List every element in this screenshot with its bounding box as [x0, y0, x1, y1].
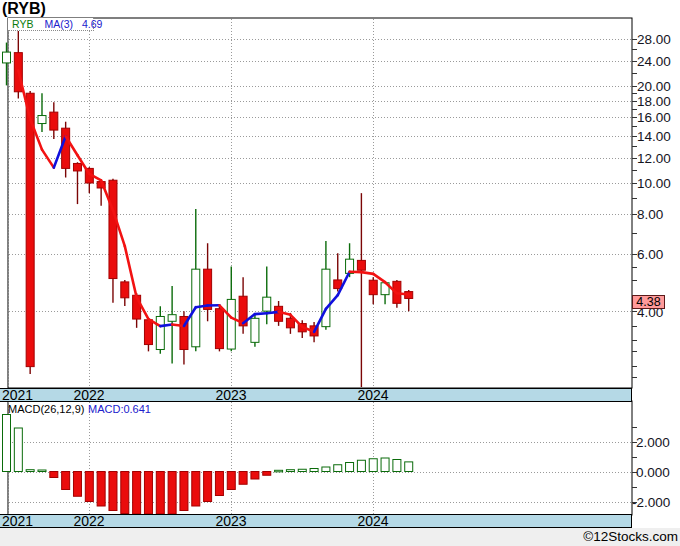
- macd-bar: [215, 472, 223, 496]
- candle-body: [62, 128, 70, 168]
- macd-bar: [369, 459, 377, 472]
- macd-bar: [263, 472, 271, 476]
- candle: [26, 91, 34, 374]
- candle-body: [168, 315, 176, 322]
- macd-bar: [310, 469, 318, 472]
- macd-bar: [14, 428, 22, 472]
- ma-segment: [172, 325, 184, 326]
- macd-bar: [298, 469, 306, 471]
- macd-bar: [334, 465, 342, 472]
- legend-ma-value: 4.69: [82, 18, 102, 30]
- chart-canvas: [0, 0, 680, 546]
- year-label: 2023: [215, 515, 246, 527]
- price-axis-label: 6.00: [637, 247, 663, 262]
- macd-bar: [73, 472, 81, 497]
- candle-body: [109, 180, 117, 278]
- macd-axis-label: 2.000: [636, 435, 670, 450]
- candle: [215, 304, 223, 351]
- year-label: 2024: [357, 515, 388, 527]
- year-label: 2021: [2, 389, 33, 401]
- macd-bar: [156, 472, 164, 515]
- macd-value-label: MACD:0.641: [88, 403, 151, 415]
- candle-body: [73, 163, 81, 170]
- macd-bar: [3, 415, 11, 472]
- ma-segment: [196, 306, 208, 308]
- candle: [251, 313, 259, 347]
- macd-bar: [109, 472, 117, 511]
- macd-bar: [204, 472, 212, 502]
- candle-body: [144, 320, 152, 345]
- macd-axis-label: -2.000: [632, 495, 670, 510]
- price-axis-label: 20.00: [637, 79, 671, 94]
- macd-bar: [357, 460, 365, 471]
- price-axis-label: 12.00: [637, 151, 671, 166]
- candle-body: [121, 282, 129, 298]
- macd-indicator-label: MACD(26,12,9): [8, 403, 84, 415]
- price-axis-label: 10.00: [637, 176, 671, 191]
- macd-bar: [26, 470, 34, 472]
- macd-bar: [322, 467, 330, 472]
- ma-segment: [160, 325, 172, 327]
- stock-chart-page: (RYB) RYBMA(3)4.69 28.0024.0020.0018.001…: [0, 0, 680, 546]
- price-axis-label: 18.00: [637, 94, 671, 109]
- candle-body: [215, 309, 223, 349]
- macd-bar: [62, 472, 70, 490]
- candle-body: [204, 269, 212, 309]
- macd-bar: [121, 472, 129, 514]
- macd-bar: [50, 472, 58, 478]
- candle-body: [369, 280, 377, 294]
- x-axis-band-main: 2021202220232024: [0, 388, 632, 402]
- price-axis-label: 16.00: [637, 110, 671, 125]
- candle-body: [50, 112, 58, 130]
- candle-body: [322, 269, 330, 326]
- chart-legend: RYBMA(3)4.69: [8, 18, 94, 31]
- macd-bar: [180, 472, 188, 511]
- candle-body: [357, 260, 365, 270]
- candle-body: [286, 318, 294, 328]
- macd-bar: [251, 472, 259, 480]
- year-label: 2022: [73, 389, 104, 401]
- ma-segment: [255, 313, 267, 314]
- price-axis-label: 14.00: [637, 129, 671, 144]
- macd-bar: [85, 472, 93, 502]
- price-axis-label: 24.00: [637, 54, 671, 69]
- legend-ma-label: MA(3): [44, 18, 73, 30]
- year-label: 2023: [215, 389, 246, 401]
- ma-segment: [397, 293, 409, 294]
- macd-bar: [144, 472, 152, 515]
- x-axis-band-macd: 2021202220232024: [0, 514, 632, 528]
- macd-bar: [346, 463, 354, 472]
- ma-segment: [361, 272, 373, 274]
- candle-body: [263, 297, 271, 311]
- candle-body: [156, 316, 164, 349]
- page-title: (RYB): [2, 0, 46, 18]
- ma-segment: [267, 312, 279, 313]
- price-axis-label: 28.00: [637, 32, 671, 47]
- price-axis-label: 8.00: [637, 207, 663, 222]
- macd-axis-label: 0.000: [636, 465, 670, 480]
- macd-bar: [227, 472, 235, 490]
- macd-bar: [133, 472, 141, 515]
- candle-body: [38, 116, 46, 124]
- macd-bar: [38, 470, 46, 472]
- legend-symbol: RYB: [12, 18, 33, 30]
- watermark-link[interactable]: ©12Stocks.com: [583, 529, 678, 544]
- year-label: 2021: [2, 515, 33, 527]
- macd-bar: [239, 472, 247, 485]
- year-label: 2022: [73, 515, 104, 527]
- last-price-tag: 4.38: [632, 295, 665, 309]
- candle-body: [3, 52, 11, 63]
- footer-strip: ©12Stocks.com: [0, 528, 680, 546]
- macd-bar: [275, 470, 283, 472]
- candle-body: [26, 93, 34, 366]
- macd-bar: [192, 472, 200, 507]
- candle-body: [251, 318, 259, 342]
- year-label: 2024: [357, 389, 388, 401]
- macd-bar: [168, 472, 176, 515]
- macd-bar: [381, 458, 389, 472]
- macd-bar: [405, 462, 413, 472]
- macd-bar: [393, 460, 401, 472]
- macd-bar: [97, 472, 105, 507]
- macd-bar: [286, 470, 294, 472]
- candle-body: [227, 299, 235, 349]
